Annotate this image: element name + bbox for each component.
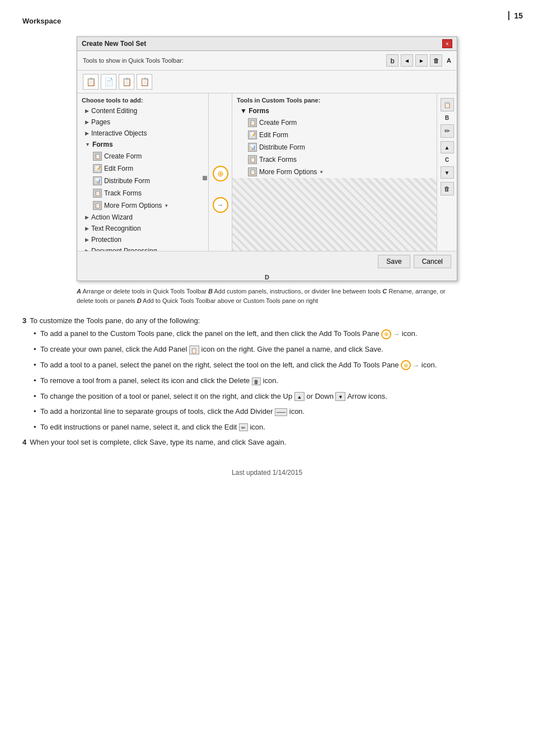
quick-tools-toolbar-row: Tools to show in Quick Tools Toolbar: b … <box>77 51 457 71</box>
right-edit-form[interactable]: 📝 Edit Form <box>232 129 437 141</box>
toolbar-icons: b ◄ ► 🗑 A <box>386 54 451 67</box>
more-options-icon: 📋 <box>93 201 102 210</box>
sub-item-edit-form[interactable]: 📝 Edit Form <box>77 162 208 175</box>
tree-item-label: Document Processing <box>91 247 157 251</box>
caption-d-label: D <box>137 297 142 304</box>
edit-form-icon: 📝 <box>93 164 102 173</box>
track-forms-icon: 📋 <box>93 189 102 198</box>
right-section-forms[interactable]: ▼ Forms <box>232 105 437 116</box>
right-panel-header: Tools in Custom Tools pane: <box>232 94 437 105</box>
delete-tool-button[interactable]: 🗑 <box>441 182 454 195</box>
rename-button[interactable]: ✏ <box>441 124 454 138</box>
add-to-toolbar-button[interactable]: ⊕ <box>213 166 228 181</box>
sub-item-label: More Form Options <box>104 202 162 209</box>
right-more-form-options[interactable]: 📋 More Form Options ▼ <box>232 166 437 178</box>
tree-item-label: Pages <box>91 118 110 126</box>
add-tools-pane-icon: ⊕ → <box>381 329 400 340</box>
step-4-header: 4 When your tool set is complete, click … <box>22 438 512 446</box>
right-distribute-form-icon: 📊 <box>248 143 257 152</box>
up-down-arrow-icons: ▲ <box>294 392 305 401</box>
create-tool-set-dialog: Create New Tool Set × Tools to show in Q… <box>77 36 457 281</box>
caption-c-text: Rename, arrange, or <box>388 288 446 295</box>
quick-icons-set: 📋 📄 📋 📋 <box>83 74 451 90</box>
page-number: 15 <box>508 11 523 20</box>
step-3-header: 3 To customize the Tools pane, do any of… <box>22 316 512 325</box>
tree-item-protection[interactable]: ▶ Protection <box>77 234 208 245</box>
toolbar-icon-right[interactable]: ► <box>415 54 428 67</box>
toolbar-label: Tools to show in Quick Tools Toolbar: <box>83 57 184 64</box>
right-arrow-icon: → <box>217 201 224 209</box>
step-3-number: 3 <box>22 316 26 325</box>
sub-item-track-forms[interactable]: 📋 Track Forms <box>77 187 208 199</box>
tree-item-document-processing[interactable]: ▶ Document Processing <box>77 245 208 251</box>
create-form-icon: 📋 <box>93 152 102 161</box>
left-panel-header: Choose tools to add: <box>77 94 208 105</box>
quick-icon-3[interactable]: 📋 <box>119 74 134 90</box>
move-up-button[interactable]: ▲ <box>441 141 454 153</box>
left-panel-scroll: ▶ Content Editing ▶ Pages ▶ Interactive … <box>77 105 208 251</box>
cancel-button[interactable]: Cancel <box>414 255 451 268</box>
move-down-button[interactable]: ▼ <box>441 166 454 179</box>
quick-icon-1[interactable]: 📋 <box>83 74 99 90</box>
quick-icon-2[interactable]: 📄 <box>101 74 116 90</box>
sub-item-label: Edit Form <box>104 165 133 172</box>
sub-item-distribute-form[interactable]: 📊 Distribute Form <box>77 175 208 187</box>
circle-plus-icon: ⊕ <box>381 329 391 339</box>
tree-item-text-recognition[interactable]: ▶ Text Recognition <box>77 223 208 234</box>
right-track-forms[interactable]: 📋 Track Forms <box>232 153 437 166</box>
up-arrow-btn: ▲ <box>294 392 305 401</box>
forms-section-label: ▼ Forms <box>240 107 269 115</box>
dialog-titlebar: Create New Tool Set × <box>77 37 457 51</box>
right-distribute-form[interactable]: 📊 Distribute Form <box>232 141 437 153</box>
arrow-icon: ▶ <box>85 214 89 220</box>
arrow-icon: ▶ <box>85 226 89 231</box>
toolbar-icon-delete[interactable]: 🗑 <box>430 54 442 67</box>
bullet-item-7: To edit instructions or panel name, sele… <box>34 422 512 433</box>
right-panel: Tools in Custom Tools pane: ▼ Forms 📋 Cr… <box>232 94 457 251</box>
distribute-form-icon: 📊 <box>93 176 102 185</box>
arrow-icon: ▶ <box>85 108 89 114</box>
right-create-form-icon: 📋 <box>248 118 257 127</box>
sub-item-label: Distribute Form <box>104 177 150 185</box>
add-tools-pane-icon-2: ⊕ → <box>401 360 419 371</box>
tree-item-action-wizard[interactable]: ▶ Action Wizard <box>77 212 208 223</box>
label-c: C <box>445 157 449 163</box>
right-item-label: Create Form <box>259 119 297 127</box>
tree-item-pages[interactable]: ▶ Pages <box>77 116 208 128</box>
right-item-label: Edit Form <box>259 131 288 139</box>
right-inner: Tools in Custom Tools pane: ▼ Forms 📋 Cr… <box>232 94 437 251</box>
right-create-form[interactable]: 📋 Create Form <box>232 116 437 129</box>
step-4-text: When your tool set is complete, click Sa… <box>30 438 286 446</box>
divider-icon <box>275 408 287 416</box>
add-panel-button[interactable]: 📋 <box>441 98 454 111</box>
sub-item-create-form[interactable]: 📋 Create Form <box>77 150 208 162</box>
dropdown-icon: ▼ <box>319 170 324 175</box>
dialog-footer: Save Cancel <box>77 251 457 272</box>
right-arrow-icon: → <box>392 329 400 340</box>
bullet-list: To add a panel to the Custom Tools pane,… <box>22 328 512 432</box>
caption-c-label: C <box>382 288 387 295</box>
arrow-down-icon: ▼ <box>85 142 90 147</box>
toolbar-icon-prev[interactable]: b <box>386 54 399 67</box>
toolbar-icon-left[interactable]: ◄ <box>401 54 413 67</box>
right-item-label: More Form Options <box>259 168 317 176</box>
sub-item-more-form-options[interactable]: 📋 More Form Options ▼ <box>77 199 208 212</box>
divider-box <box>275 408 287 416</box>
save-button[interactable]: Save <box>378 255 410 268</box>
section-title: Workspace <box>22 17 512 25</box>
right-panel-content: Tools in Custom Tools pane: ▼ Forms 📋 Cr… <box>232 94 457 251</box>
trash-icon: 🗑 <box>252 377 261 385</box>
add-to-panel-button[interactable]: → <box>213 197 228 213</box>
bullet-item-3: To add a tool to a panel, select the pan… <box>34 360 512 371</box>
tree-item-forms[interactable]: ▼ Forms <box>77 139 208 150</box>
tree-item-label: Content Editing <box>91 107 137 115</box>
dialog-close-button[interactable]: × <box>442 39 452 48</box>
quick-icon-4[interactable]: 📋 <box>137 74 152 90</box>
tree-item-interactive-objects[interactable]: ▶ Interactive Objects <box>77 128 208 139</box>
add-panel-icon: 📋 <box>189 346 199 354</box>
bullet-item-6: To add a horizontal line to separate gro… <box>34 406 512 417</box>
tree-item-content-editing[interactable]: ▶ Content Editing <box>77 105 208 116</box>
bullet-item-4: To remove a tool from a panel, select it… <box>34 375 512 386</box>
step-4-section: 4 When your tool set is complete, click … <box>22 438 512 446</box>
tree-item-label: Protection <box>91 236 121 244</box>
